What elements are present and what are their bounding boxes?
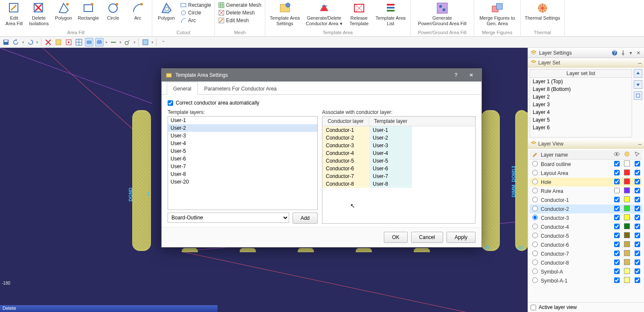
template-layer-item[interactable]: User-20 bbox=[168, 178, 317, 186]
close-icon[interactable]: ✕ bbox=[635, 50, 641, 56]
layer-set-item[interactable]: Layer 6 bbox=[530, 124, 632, 131]
layer-radio[interactable] bbox=[532, 268, 538, 274]
layer-view-row[interactable]: Symbol-A-1 bbox=[530, 276, 642, 285]
qat-customize[interactable]: ⁼ bbox=[159, 38, 168, 47]
arc-button[interactable]: Arc bbox=[126, 1, 149, 22]
assoc-row[interactable]: Conductor-7User-7 bbox=[322, 172, 475, 180]
layer-select-checkbox[interactable] bbox=[635, 224, 640, 229]
cutout-polygon-button[interactable]: Polygon bbox=[155, 1, 178, 22]
layer-select-checkbox[interactable] bbox=[635, 233, 640, 238]
layer-radio[interactable] bbox=[532, 224, 538, 229]
undo-button[interactable] bbox=[12, 38, 20, 47]
layer-view-row[interactable]: Rule Area bbox=[530, 187, 642, 195]
board-outline-select[interactable]: Board-Outline bbox=[168, 213, 289, 223]
collapse-icon[interactable]: – bbox=[638, 140, 641, 147]
active-layer-checkbox[interactable] bbox=[531, 305, 536, 310]
layer-select-checkbox[interactable] bbox=[635, 170, 640, 175]
collapse-icon[interactable]: – bbox=[638, 59, 641, 66]
assoc-row[interactable]: Conductor-1User-1 bbox=[322, 126, 475, 134]
generate-pg-area-fill-button[interactable]: GeneratePower/Ground Area Fill bbox=[413, 1, 471, 27]
generate-mesh-button[interactable]: Generate Mesh bbox=[218, 2, 262, 9]
save-button[interactable] bbox=[2, 38, 10, 47]
layer-visible-checkbox[interactable] bbox=[614, 260, 620, 265]
layer-color-swatch[interactable] bbox=[624, 178, 630, 184]
circle-button[interactable]: Circle bbox=[102, 1, 125, 22]
layer-view-row[interactable]: Hole bbox=[530, 178, 642, 187]
layer-visible-checkbox[interactable] bbox=[614, 242, 620, 247]
add-button[interactable]: Add bbox=[293, 213, 318, 224]
edit-area-fill-button[interactable]: EditArea Fill bbox=[3, 1, 26, 27]
dialog-close-button[interactable]: ✕ bbox=[465, 70, 477, 80]
layer-color-swatch[interactable] bbox=[624, 232, 630, 238]
cutout-rectangle-button[interactable]: Rectangle bbox=[180, 2, 212, 9]
layer-color-swatch[interactable] bbox=[624, 169, 630, 175]
layer-visible-checkbox[interactable] bbox=[614, 268, 620, 274]
layer-view-row[interactable]: Conductor-5 bbox=[530, 231, 642, 240]
assoc-row[interactable]: Conductor-6User-6 bbox=[322, 165, 475, 172]
layer-color-swatch[interactable] bbox=[624, 268, 630, 274]
layer-color-swatch[interactable] bbox=[624, 241, 630, 247]
layer-view-row[interactable]: Conductor-1 bbox=[530, 195, 642, 204]
layer-select-checkbox[interactable] bbox=[635, 161, 640, 166]
template-layer-item[interactable]: User-4 bbox=[168, 140, 317, 147]
minimize-icon[interactable]: ▾ bbox=[629, 50, 633, 56]
layer-radio[interactable] bbox=[532, 197, 538, 202]
dialog-titlebar[interactable]: Template Area Settings ? ✕ bbox=[162, 69, 482, 82]
layer-visible-checkbox[interactable] bbox=[614, 215, 620, 220]
layer-radio[interactable] bbox=[532, 215, 538, 220]
layer-view-row[interactable]: Layout Area bbox=[530, 169, 642, 178]
assoc-row[interactable]: Conductor-5User-5 bbox=[322, 157, 475, 165]
assoc-row[interactable]: Conductor-2User-2 bbox=[322, 134, 475, 142]
active-layer-view-row[interactable]: Active layer view bbox=[528, 302, 644, 312]
layer-visible-checkbox[interactable] bbox=[614, 161, 620, 166]
layer-set-item[interactable]: Layer 5 bbox=[530, 116, 632, 124]
associate-table[interactable]: Conductor layer Template layer Conductor… bbox=[322, 116, 476, 224]
layer-radio[interactable] bbox=[532, 206, 538, 211]
layer-color-swatch[interactable] bbox=[624, 250, 630, 256]
layer-visible-checkbox[interactable] bbox=[614, 224, 620, 229]
layer-select-checkbox[interactable] bbox=[635, 215, 640, 220]
ok-button[interactable]: OK bbox=[384, 232, 407, 243]
layer-select-checkbox[interactable] bbox=[635, 260, 640, 265]
layer-select-checkbox[interactable] bbox=[635, 268, 640, 274]
layer-view-row[interactable]: Conductor-8 bbox=[530, 258, 642, 267]
layer-visible-checkbox[interactable] bbox=[614, 277, 620, 283]
layer-color-swatch[interactable] bbox=[624, 187, 630, 193]
layer-radio[interactable] bbox=[532, 233, 538, 238]
release-template-button[interactable]: ReleaseTemplate bbox=[346, 1, 372, 27]
pin-icon[interactable] bbox=[620, 50, 626, 56]
template-layer-item[interactable]: User-8 bbox=[168, 170, 317, 178]
layer-select-checkbox[interactable] bbox=[635, 277, 640, 283]
layer-view-row[interactable]: Conductor-2 bbox=[530, 204, 642, 213]
layer-color-swatch[interactable] bbox=[624, 277, 630, 283]
tab-general[interactable]: General bbox=[167, 82, 198, 95]
layer-color-swatch[interactable] bbox=[624, 196, 630, 202]
layer-color-swatch[interactable] bbox=[624, 205, 630, 211]
move-down-button[interactable] bbox=[634, 80, 642, 89]
template-layers-list[interactable]: User-1User-2User-3User-4User-5User-6User… bbox=[168, 116, 318, 210]
layer-set-item[interactable]: Layer 3 bbox=[530, 101, 632, 108]
layer-visible-checkbox[interactable] bbox=[614, 197, 620, 202]
layer-select-checkbox[interactable] bbox=[635, 242, 640, 247]
layer-radio[interactable] bbox=[532, 188, 538, 193]
template-layer-item[interactable]: User-2 bbox=[168, 124, 317, 132]
layer-visible-checkbox[interactable] bbox=[614, 188, 620, 193]
layer-set-list[interactable]: Layer 1 (Top)Layer 8 (Bottom)Layer 2Laye… bbox=[530, 78, 632, 137]
auto-correct-checkbox[interactable] bbox=[168, 100, 173, 106]
layer-visible-checkbox[interactable] bbox=[614, 233, 620, 238]
delete-mesh-button[interactable]: Delete Mesh bbox=[218, 9, 262, 16]
layer-view-header[interactable]: Layer View – bbox=[528, 139, 644, 149]
delete-isolations-button[interactable]: DeleteIsolations bbox=[27, 1, 50, 27]
qat-btn-5[interactable] bbox=[85, 38, 93, 47]
qat-btn-3[interactable] bbox=[64, 38, 73, 47]
layer-visible-checkbox[interactable] bbox=[614, 179, 620, 184]
assoc-row[interactable]: Conductor-8User-8 bbox=[322, 180, 475, 188]
layer-radio[interactable] bbox=[532, 242, 538, 247]
help-icon[interactable]: ? bbox=[612, 50, 618, 56]
qat-btn-8[interactable] bbox=[123, 38, 132, 47]
cutout-arc-button[interactable]: Arc bbox=[180, 17, 212, 24]
layer-radio[interactable] bbox=[532, 170, 538, 175]
cancel-button[interactable]: Cancel bbox=[411, 232, 443, 243]
layer-radio[interactable] bbox=[532, 277, 538, 283]
qat-btn-4[interactable] bbox=[75, 38, 83, 47]
